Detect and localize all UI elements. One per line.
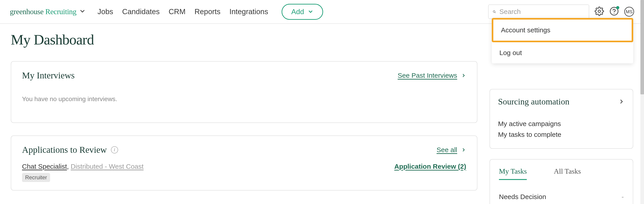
role-badge: Recruiter [22, 173, 50, 182]
chevron-right-icon [618, 98, 625, 105]
search-field[interactable] [488, 4, 589, 19]
nav-candidates[interactable]: Candidates [122, 8, 160, 16]
task-row-label: Needs Decision [499, 193, 546, 201]
brand[interactable]: greenhouse Recruiting [10, 8, 86, 16]
tab-my-tasks[interactable]: My Tasks [499, 167, 527, 180]
info-icon[interactable]: i [111, 146, 118, 154]
application-row: Chat Specialist, Distributed - West Coas… [22, 163, 466, 182]
past-interviews-link[interactable]: See Past Interviews [398, 72, 466, 79]
application-location-link[interactable]: Distributed - West Coast [71, 163, 144, 170]
applications-title: Applications to Review i [22, 144, 118, 155]
nav-jobs[interactable]: Jobs [98, 8, 113, 16]
task-row-value: - [622, 193, 624, 201]
account-settings-item[interactable]: Account settings [492, 18, 633, 42]
add-button-label: Add [291, 8, 304, 16]
page-title: My Dashboard [11, 32, 478, 48]
brand-text: greenhouse Recruiting [10, 8, 76, 16]
add-button[interactable]: Add [282, 4, 323, 20]
log-out-item[interactable]: Log out [492, 42, 633, 63]
nav-reports[interactable]: Reports [194, 8, 220, 16]
nav-crm[interactable]: CRM [169, 8, 186, 16]
gear-icon [594, 6, 604, 16]
nav-right: MS [488, 4, 634, 19]
tasks-to-complete-link[interactable]: My tasks to complete [498, 131, 625, 138]
scrollbar-track[interactable] [640, 0, 644, 204]
svg-line-1 [495, 12, 496, 13]
scrollbar-thumb[interactable] [640, 0, 644, 94]
user-dropdown: Account settings Log out [492, 18, 633, 63]
svg-point-2 [598, 10, 601, 12]
chevron-down-icon[interactable] [79, 8, 86, 16]
tab-all-tasks[interactable]: All Tasks [554, 167, 581, 180]
application-job-link[interactable]: Chat Specialist [22, 163, 67, 170]
top-nav: greenhouse Recruiting Jobs Candidates CR… [0, 0, 644, 24]
interviews-title: My Interviews [22, 70, 74, 81]
avatar[interactable]: MS [624, 7, 634, 17]
sourcing-header[interactable]: Sourcing automation [490, 90, 633, 114]
applications-card: Applications to Review i See all Chat Sp… [11, 136, 478, 190]
chevron-down-icon [308, 9, 314, 14]
search-input[interactable] [500, 8, 585, 16]
chevron-right-icon [461, 148, 466, 152]
notification-dot [616, 6, 619, 9]
application-review-link[interactable]: Application Review (2) [394, 163, 466, 170]
main-column: My Dashboard My Interviews See Past Inte… [11, 32, 478, 204]
interviews-card: My Interviews See Past Interviews You ha… [11, 61, 478, 123]
interviews-empty: You have no upcoming interviews. [22, 93, 466, 112]
nav-integrations[interactable]: Integrations [230, 8, 268, 16]
search-icon [493, 8, 496, 16]
active-campaigns-link[interactable]: My active campaigns [498, 120, 625, 128]
nav-links: Jobs Candidates CRM Reports Integrations [98, 8, 268, 16]
task-row: Needs Decision - [490, 180, 633, 204]
tasks-card: My Tasks All Tasks Needs Decision - [490, 159, 633, 204]
chevron-right-icon [461, 73, 466, 78]
settings-button[interactable] [594, 6, 604, 17]
see-all-applications-link[interactable]: See all [436, 146, 466, 154]
sourcing-title: Sourcing automation [498, 96, 570, 106]
sourcing-card: Sourcing automation My active campaigns … [490, 89, 633, 149]
tasks-tabs: My Tasks All Tasks [490, 160, 633, 180]
help-button[interactable] [610, 6, 619, 17]
